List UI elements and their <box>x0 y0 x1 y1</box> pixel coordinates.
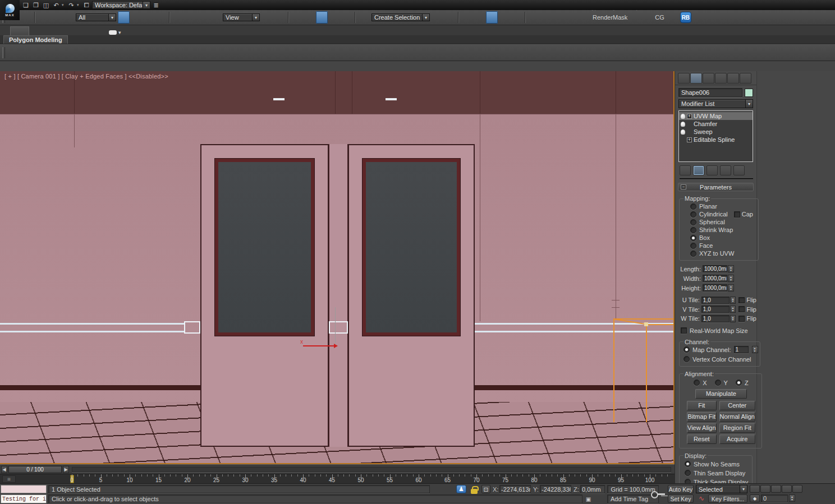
undo-quick-icon[interactable]: ↶ <box>52 1 61 9</box>
configure-modifier-sets-icon[interactable] <box>733 165 745 175</box>
spinner-control[interactable] <box>730 297 736 304</box>
radio-icon[interactable] <box>715 380 721 386</box>
radio-icon[interactable] <box>694 380 700 386</box>
viewport-layout-icon[interactable] <box>827 485 834 493</box>
spinner-control[interactable] <box>730 315 736 322</box>
z-coordinate-field[interactable]: 0,0mm <box>580 485 605 493</box>
visibility-bulb-icon[interactable] <box>681 114 685 119</box>
expand-icon[interactable]: + <box>687 137 692 142</box>
render-iterative-icon[interactable] <box>577 11 589 24</box>
real-world-checkbox[interactable] <box>681 327 687 334</box>
spinner-control[interactable] <box>730 306 736 313</box>
select-place-icon[interactable] <box>209 11 221 24</box>
rendermask-window-icon[interactable] <box>631 11 643 24</box>
array-icon[interactable] <box>199 46 212 59</box>
next-frame-arrow[interactable]: ▶ <box>63 466 69 473</box>
window-add-icon[interactable] <box>301 46 314 59</box>
orbit-icon[interactable] <box>819 494 826 502</box>
unlink-icon[interactable] <box>50 11 62 24</box>
scene-states-icon[interactable] <box>474 11 485 24</box>
spinner-control[interactable] <box>789 494 795 502</box>
cone-primitive-icon[interactable] <box>155 46 168 59</box>
pan-icon[interactable] <box>811 494 819 502</box>
scatter-icon[interactable] <box>214 46 226 59</box>
y-coordinate-field[interactable]: -24228,336 <box>540 485 571 493</box>
undo-caret-icon[interactable]: ▾ <box>62 3 66 7</box>
mapping-radio-row[interactable]: Spherical Cap <box>690 218 756 226</box>
display-monitor-icon[interactable] <box>24 46 36 59</box>
radio-icon[interactable] <box>690 243 696 249</box>
toolbar-drag-handle[interactable] <box>2 47 5 58</box>
alignment-button[interactable]: Reset <box>687 434 717 444</box>
goto-start-icon[interactable] <box>750 485 760 493</box>
key-filters-button[interactable]: Key Filters... <box>708 494 747 503</box>
help-circle-icon[interactable] <box>345 46 357 59</box>
dimension-input[interactable]: 1000,0mm <box>703 275 727 282</box>
dimension-input[interactable]: 1000,0mm <box>703 284 727 292</box>
auto-key-button[interactable]: Auto Key <box>668 485 694 493</box>
expand-icon[interactable]: + <box>687 114 692 119</box>
ring-icon[interactable] <box>272 46 285 59</box>
mini-track-view-icon[interactable]: ⌗ <box>2 475 16 483</box>
schematic-view-icon[interactable] <box>511 11 522 24</box>
curve-editor-icon[interactable] <box>498 11 510 24</box>
polygon-modeling-panel[interactable]: Polygon Modeling <box>3 35 68 44</box>
flip-checkbox[interactable] <box>738 306 745 312</box>
window-crossing-icon[interactable] <box>155 11 167 24</box>
viewport-preview-icon[interactable] <box>10 46 22 59</box>
selected-trim-cap[interactable] <box>184 321 200 334</box>
x-coordinate-field[interactable]: -2274,613mm <box>499 485 531 493</box>
select-move-icon[interactable] <box>172 11 184 24</box>
save-file-icon[interactable]: ◫ <box>42 1 51 9</box>
spinner-control[interactable] <box>728 275 734 282</box>
light-icon[interactable] <box>170 46 182 59</box>
cascade-windows-icon[interactable] <box>331 46 343 59</box>
remove-modifier-icon[interactable] <box>720 165 731 175</box>
show-end-result-icon[interactable] <box>693 165 704 175</box>
project-folder-icon[interactable]: ⧠ <box>82 1 91 9</box>
make-unique-icon[interactable] <box>706 165 718 175</box>
mapping-radio-row[interactable]: Planar Cap <box>690 202 756 210</box>
percent-snap-icon[interactable] <box>328 11 340 24</box>
tile-input[interactable]: 1,0 <box>701 297 730 304</box>
layer-manager-icon[interactable] <box>461 11 473 24</box>
object-name-field[interactable]: Shape006 <box>678 88 742 97</box>
notification-window-icon[interactable]: ▣ <box>585 495 592 503</box>
tile-input[interactable]: 1,0 <box>701 315 730 322</box>
timeline-ruler[interactable]: ⌗ 05101520253035404550556065707580859095… <box>0 474 675 483</box>
glass-door-right[interactable] <box>348 144 475 447</box>
gizmo-x-axis[interactable] <box>303 345 334 346</box>
gizmo-z-axis[interactable] <box>335 307 336 344</box>
viewport-label[interactable]: [ + ] [ Camera 001 ] [ Clay + Edged Face… <box>4 73 168 80</box>
alignment-button[interactable]: View Align <box>687 423 717 433</box>
redo-caret-icon[interactable]: ▾ <box>77 3 81 7</box>
rendered-frame-icon[interactable] <box>553 11 565 24</box>
alignment-button[interactable]: Normal Align <box>719 412 755 422</box>
angle-snap-icon[interactable] <box>316 11 328 24</box>
ribbon-tab[interactable] <box>83 26 101 35</box>
select-by-name-icon[interactable] <box>130 11 142 24</box>
hierarchy-tab-icon[interactable] <box>703 73 714 84</box>
spinner-control[interactable] <box>728 284 734 292</box>
fov-icon[interactable] <box>819 485 827 493</box>
alignment-button[interactable]: Acquire <box>719 434 755 444</box>
select-scale-icon[interactable] <box>197 11 209 24</box>
select-manipulate-icon[interactable] <box>274 11 286 24</box>
goto-end-icon[interactable] <box>792 485 802 493</box>
flip-checkbox[interactable] <box>738 316 745 322</box>
map-channel-input[interactable]: 1 <box>734 346 749 353</box>
sphere-blue-icon[interactable] <box>287 46 299 59</box>
motion-tab-icon[interactable] <box>715 73 727 84</box>
ribbon-display-toggle-icon[interactable]: ▾ <box>109 30 121 35</box>
chart-icon[interactable] <box>316 46 328 59</box>
edit-named-selections-icon[interactable] <box>358 11 370 24</box>
door-handle-plate[interactable] <box>329 321 348 334</box>
selected-trim-rail[interactable] <box>475 331 675 332</box>
display-radio-row[interactable]: Show No Seams <box>685 460 750 469</box>
utilities-tab-icon[interactable] <box>740 73 751 84</box>
create-tab-icon[interactable] <box>678 73 690 84</box>
display-radio-row[interactable]: Thin Seam Display <box>685 469 750 478</box>
flip-checkbox[interactable] <box>738 297 745 303</box>
mapping-radio-row[interactable]: Face Cap <box>690 242 756 249</box>
radio-icon[interactable] <box>690 235 696 241</box>
